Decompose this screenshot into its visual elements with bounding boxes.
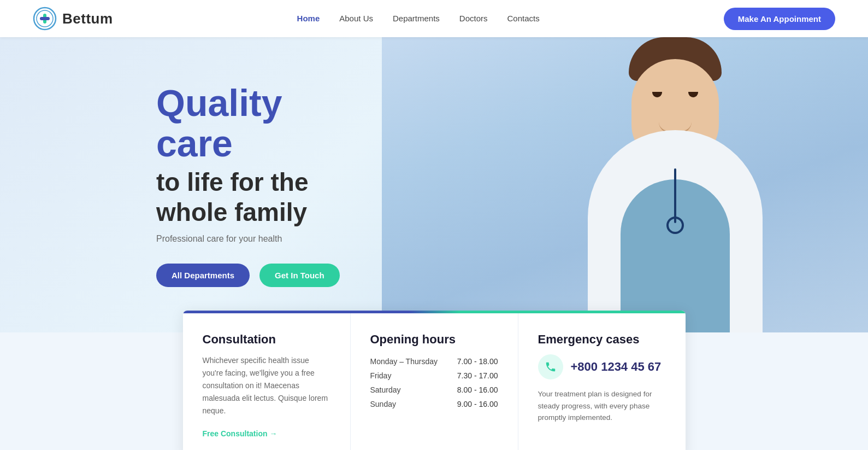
day-friday: Friday [370, 369, 450, 383]
logo[interactable]: Bettum [33, 7, 113, 31]
hero-buttons: All Departments Get In Touch [156, 264, 350, 287]
hours-table: Monday – Thursday 7.00 - 18.00 Friday 7.… [370, 354, 498, 411]
nav-doctors[interactable]: Doctors [459, 14, 488, 23]
make-appointment-button[interactable]: Make An Appoinment [724, 8, 835, 30]
hero-content: Quality care to life for the whole famil… [0, 83, 350, 288]
emergency-phone-row: +800 1234 45 67 [538, 354, 666, 379]
hours-row-friday: Friday 7.30 - 17.00 [370, 369, 498, 383]
hero-title-dark: to life for the whole family [156, 167, 350, 227]
emergency-description: Your treatment plan is designed for stea… [538, 388, 666, 424]
stethoscope [674, 168, 676, 223]
consultation-card: Consultation Whichever specific health i… [183, 311, 351, 450]
hours-sunday: 9.00 - 16.00 [450, 397, 498, 411]
free-consultation-link[interactable]: Free Consultation → [203, 429, 330, 438]
emergency-title: Emergency cases [538, 332, 666, 347]
hero-title-colored: Quality care [156, 83, 350, 165]
hours-saturday: 8.00 - 16.00 [450, 383, 498, 397]
hours-friday: 7.30 - 17.00 [450, 369, 498, 383]
all-departments-button[interactable]: All Departments [156, 264, 250, 287]
hours-row-sunday: Sunday 9.00 - 16.00 [370, 397, 498, 411]
day-sunday: Sunday [370, 397, 450, 411]
phone-icon [545, 361, 557, 373]
get-in-touch-button[interactable]: Get In Touch [259, 264, 340, 287]
brand-name: Bettum [62, 10, 113, 27]
nav-about[interactable]: About Us [339, 14, 373, 23]
navbar: Bettum Home About Us Departments Doctors… [0, 0, 868, 37]
svg-rect-3 [40, 17, 50, 20]
hero-subtitle: Professional care for your health [156, 234, 350, 244]
day-saturday: Saturday [370, 383, 450, 397]
phone-icon-wrap [538, 354, 563, 379]
opening-hours-title: Opening hours [370, 332, 498, 347]
consultation-title: Consultation [203, 332, 330, 347]
nav-contacts[interactable]: Contacts [507, 14, 540, 23]
nav-home[interactable]: Home [297, 14, 320, 23]
day-monday: Monday – Thursday [370, 354, 450, 369]
hours-monday: 7.00 - 18.00 [450, 354, 498, 369]
nav-links: Home About Us Departments Doctors Contac… [297, 14, 540, 24]
hours-row-monday: Monday – Thursday 7.00 - 18.00 [370, 354, 498, 369]
emergency-card: Emergency cases +800 1234 45 67 Your tre… [518, 311, 686, 450]
logo-icon [33, 7, 57, 31]
emergency-phone-number: +800 1234 45 67 [571, 360, 662, 374]
info-card-container: Consultation Whichever specific health i… [183, 311, 686, 450]
hours-row-saturday: Saturday 8.00 - 16.00 [370, 383, 498, 397]
hero-section: Quality care to life for the whole famil… [0, 37, 868, 332]
consultation-text: Whichever specific health issue you're f… [203, 354, 330, 417]
nav-departments[interactable]: Departments [393, 14, 440, 23]
opening-hours-card: Opening hours Monday – Thursday 7.00 - 1… [351, 311, 518, 450]
doctor-figure [550, 43, 801, 332]
hero-image [382, 37, 868, 332]
